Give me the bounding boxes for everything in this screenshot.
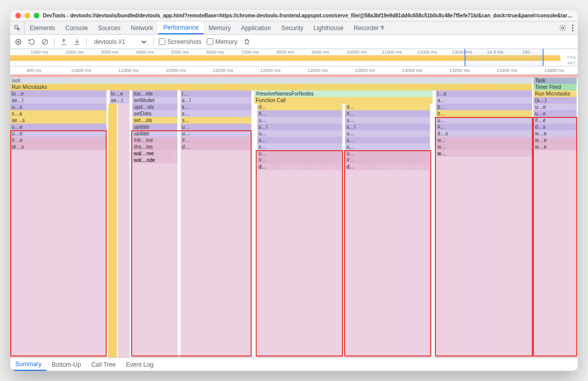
flame-bar[interactable]: #dr…ine xyxy=(132,137,178,144)
flame-bar[interactable]: #… xyxy=(345,157,430,163)
record-icon[interactable] xyxy=(14,38,22,46)
flame-bar[interactable]: s… xyxy=(345,137,430,144)
flame-bar[interactable]: s… xyxy=(257,144,342,150)
flame-deep-stack[interactable] xyxy=(181,150,252,358)
upload-icon[interactable] xyxy=(60,38,68,46)
flame-bar[interactable]: wal…ode xyxy=(132,157,178,163)
flame-bar[interactable]: u…e xyxy=(10,130,107,137)
flame-bar[interactable]: u… xyxy=(257,117,342,124)
flame-bar[interactable]: w…e xyxy=(533,130,577,137)
flame-bar[interactable]: loa…ete xyxy=(132,90,178,97)
flame-bar[interactable]: se…l xyxy=(10,97,107,104)
trash-icon[interactable] xyxy=(242,38,251,46)
overview-viewport-handle[interactable] xyxy=(464,49,544,66)
flame-bar[interactable]: #… xyxy=(345,110,430,117)
main-ruler[interactable]: 400 ms11600 ms11800 ms12000 ms12200 ms12… xyxy=(10,66,578,75)
flame-bar[interactable]: a… xyxy=(436,97,532,104)
flame-bar[interactable]: setData xyxy=(132,110,178,117)
reload-icon[interactable] xyxy=(28,38,36,46)
flame-bar[interactable]: se…l xyxy=(110,97,130,104)
zoom-icon[interactable] xyxy=(34,13,39,18)
flame-bar[interactable]: l…e xyxy=(436,90,532,97)
flame-bar[interactable]: w… xyxy=(436,144,532,150)
flame-bar[interactable]: u… xyxy=(257,130,342,137)
tab-console[interactable]: Console xyxy=(60,21,93,34)
flame-bar[interactable]: w… xyxy=(436,137,532,144)
flame-bar[interactable]: #resolveNamesForNodes xyxy=(254,90,433,97)
flame-bar[interactable]: u… xyxy=(345,130,430,137)
flame-bar[interactable]: b… xyxy=(436,104,532,110)
flame-bar[interactable]: u… xyxy=(345,150,430,157)
flame-bar[interactable]: #… xyxy=(257,157,342,163)
tab-lighthouse[interactable]: Lighthouse xyxy=(308,21,349,34)
flame-bar[interactable]: l… xyxy=(181,90,252,97)
flame-bar[interactable]: dra…ies xyxy=(132,144,178,150)
flame-bar[interactable]: s… xyxy=(181,110,252,117)
download-icon[interactable] xyxy=(73,38,81,46)
flame-bar[interactable]: (a…) xyxy=(533,97,577,104)
flame-deep-stack[interactable] xyxy=(132,163,178,358)
close-icon[interactable] xyxy=(15,13,21,18)
flame-deep-stack[interactable] xyxy=(436,157,532,358)
flame-bar[interactable]: s…l xyxy=(257,124,342,130)
flame-bar[interactable]: u…e xyxy=(10,124,107,130)
flame-bar[interactable]: #… xyxy=(181,137,252,144)
flame-bar[interactable]: s… xyxy=(257,137,342,144)
settings-icon[interactable] xyxy=(559,24,567,32)
flame-bar[interactable]: w…e xyxy=(533,137,577,144)
flame-bar[interactable]: d… xyxy=(257,163,342,170)
flame-deep-stack[interactable] xyxy=(108,104,117,358)
flame-bar[interactable]: #…e xyxy=(10,137,107,144)
memory-checkbox[interactable]: Memory xyxy=(207,38,237,45)
flame-bar[interactable]: wal…ree xyxy=(132,150,178,157)
flame-bar[interactable]: set…ols xyxy=(132,117,178,124)
flame-bar[interactable]: u… xyxy=(436,117,532,124)
flame-bar[interactable]: Run Microtasks xyxy=(533,90,577,97)
flame-bar[interactable]: setModel xyxy=(132,97,178,104)
flame-bar[interactable]: w…e xyxy=(533,144,577,150)
flame-deep-stack[interactable] xyxy=(10,150,107,358)
flame-bar[interactable]: Function Call xyxy=(254,97,433,104)
flame-bar[interactable]: u…e xyxy=(533,104,577,110)
flame-bar[interactable]: u… xyxy=(345,117,430,124)
tab-sources[interactable]: Sources xyxy=(93,21,126,34)
tab-elements[interactable]: Elements xyxy=(24,21,60,34)
flame-bar[interactable]: s…l xyxy=(181,97,252,104)
flame-bar[interactable]: u…e xyxy=(533,110,577,117)
flame-bar[interactable]: d…s xyxy=(533,124,577,130)
inspect-element-icon[interactable] xyxy=(10,21,24,34)
flame-bar[interactable]: #… xyxy=(257,110,342,117)
task-chip[interactable]: Task xyxy=(533,78,577,84)
minimize-icon[interactable] xyxy=(24,13,30,18)
flame-bar[interactable]: Run Microtasks xyxy=(10,84,532,90)
tab-recorder[interactable]: Recorder⚗ xyxy=(349,21,389,34)
flame-bar[interactable]: d… xyxy=(181,144,252,150)
tab-memory[interactable]: Memory xyxy=(204,21,236,34)
tab-network[interactable]: Network xyxy=(126,21,158,34)
flame-bar[interactable]: s… xyxy=(345,144,430,150)
flame-bar[interactable]: update xyxy=(132,124,178,130)
flame-bar[interactable]: lo…e xyxy=(10,90,107,97)
flame-bar[interactable]: s… xyxy=(181,117,252,124)
flame-bar[interactable]: #… xyxy=(436,124,532,130)
tab-event-log[interactable]: Event Log xyxy=(121,358,159,371)
clear-icon[interactable] xyxy=(41,38,49,46)
flame-deep-stack[interactable] xyxy=(118,104,129,358)
flame-bar[interactable]: u…s xyxy=(10,104,107,110)
flame-deep-stack[interactable] xyxy=(533,150,577,358)
flame-bar[interactable]: se…s xyxy=(10,117,107,124)
flame-bar[interactable]: w… xyxy=(436,150,532,157)
flame-bar[interactable]: upd…ols xyxy=(132,104,178,110)
flame-bar[interactable]: dr…s xyxy=(10,144,107,150)
flame-bar[interactable]: #…e xyxy=(533,117,577,124)
flame-bar[interactable]: u… xyxy=(257,150,342,157)
tab-performance[interactable]: Performance xyxy=(158,21,204,34)
flame-bar[interactable]: u… xyxy=(181,124,252,130)
tab-security[interactable]: Security xyxy=(276,21,308,34)
flame-bar[interactable]: lo…e xyxy=(110,90,130,97)
flame-bar[interactable]: u… xyxy=(181,130,252,137)
flame-bar[interactable]: update xyxy=(132,130,178,137)
flame-bar[interactable]: s… xyxy=(181,104,252,110)
timeline-overview[interactable]: 1000 ms2000 ms3000 ms4000 ms5000 ms6000 … xyxy=(10,49,578,66)
screenshots-checkbox[interactable]: Screenshots xyxy=(159,38,202,45)
